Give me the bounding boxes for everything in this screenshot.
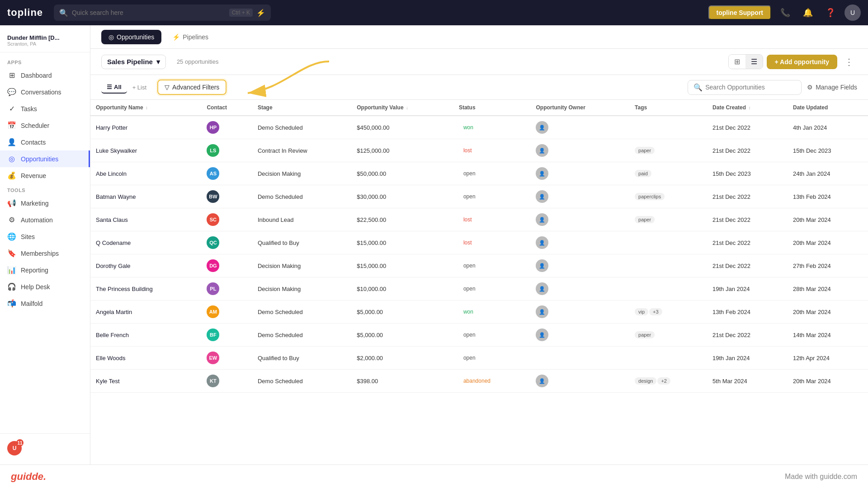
owner-avatar: 👤 [536,375,548,387]
cell-contact: DG [201,254,252,277]
sidebar-label-memberships: Memberships [21,250,59,257]
cell-stage: Demo Scheduled [252,370,351,393]
cell-stage: Demo Scheduled [252,324,351,347]
search-input[interactable] [72,9,226,16]
global-search[interactable]: 🔍 Ctrl + K ⚡ [54,5,271,21]
contact-avatar: AM [207,305,219,318]
cell-status: open [453,324,531,347]
sidebar-item-conversations[interactable]: 💬 Conversations [0,84,90,100]
sidebar-label-dashboard: Dashboard [21,72,52,79]
tag-badge: paper [635,147,655,154]
workspace-name: Dunder Mifflin [D... [7,34,83,41]
cell-date-updated: 15th Dec 2023 [788,139,868,162]
tab-pipelines[interactable]: ⚡ Pipelines [165,30,216,44]
cell-value: $5,000.00 [351,324,453,347]
cell-contact: BW [201,185,252,208]
table-row[interactable]: Kyle Test KT Demo Scheduled $398.00 aban… [90,370,868,393]
cell-tags [629,116,707,139]
table-row[interactable]: Harry Potter HP Demo Scheduled $450,000.… [90,116,868,139]
user-row[interactable]: U 11 [0,437,90,459]
search-opportunities-input[interactable] [705,84,796,91]
sidebar-item-dashboard[interactable]: ⊞ Dashboard [0,67,90,84]
cell-value: $50,000.00 [351,162,453,185]
manage-fields-button[interactable]: ⚙ Manage Fields [807,84,857,91]
add-opportunity-button[interactable]: + Add opportunity [767,55,837,69]
col-date-created[interactable]: Date Created ↕ [707,100,788,116]
table-row[interactable]: The Princess Building PL Decision Making… [90,277,868,300]
owner-avatar: 👤 [536,213,548,226]
col-value-label: Opportunity Value [357,104,403,111]
sidebar-label-reporting: Reporting [21,267,48,274]
cell-name: Batman Wayne [90,185,201,208]
manage-fields-label: Manage Fields [816,84,857,91]
pipeline-dropdown-icon: ▾ [156,58,160,66]
pipeline-count: 25 opportunities [177,58,219,65]
cell-stage: Inbound Lead [252,208,351,231]
view-tab-add-list[interactable]: + List [129,82,150,93]
grid-view-button[interactable]: ⊞ [729,55,745,69]
filter-right: 🔍 ⚙ Manage Fields [688,80,857,95]
table-row[interactable]: Elle Woods EW Qualified to Buy $2,000.00… [90,347,868,370]
cell-contact: SC [201,208,252,231]
sidebar-item-scheduler[interactable]: 📅 Scheduler [0,117,90,134]
cell-date-created: 21st Dec 2022 [707,139,788,162]
table-row[interactable]: Angela Martin AM Demo Scheduled $5,000.0… [90,300,868,324]
sidebar-item-contacts[interactable]: 👤 Contacts [0,134,90,150]
table-row[interactable]: Dorothy Gale DG Decision Making $15,000.… [90,254,868,277]
search-opportunities[interactable]: 🔍 [688,80,802,95]
table-row[interactable]: Q Codename QC Qualified to Buy $15,000.0… [90,231,868,254]
sidebar-item-marketing[interactable]: 📢 Marketing [0,195,90,211]
cell-status: open [453,185,531,208]
cell-value: $125,000.00 [351,139,453,162]
advanced-filters-button[interactable]: ▽ Advanced Filters [157,80,226,95]
notification-badge: 11 [16,439,24,446]
view-all-label: All [114,84,122,90]
contact-avatar: DG [207,259,219,272]
table-row[interactable]: Abe Lincoln AS Decision Making $50,000.0… [90,162,868,185]
table-row[interactable]: Santa Claus SC Inbound Lead $22,500.00 l… [90,208,868,231]
cell-contact: AM [201,300,252,324]
app-logo: topline [7,7,43,19]
view-tab-all[interactable]: ☰ All [101,81,127,94]
tab-opportunities[interactable]: ◎ Opportunities [101,30,161,44]
table-row[interactable]: Batman Wayne BW Demo Scheduled $30,000.0… [90,185,868,208]
help-icon[interactable]: ❓ [822,6,839,19]
sidebar-item-mailfold[interactable]: 📬 Mailfold [0,295,90,312]
sidebar-item-tasks[interactable]: ✓ Tasks [0,100,90,117]
cell-date-updated: 27th Feb 2024 [788,254,868,277]
cell-date-created: 21st Dec 2022 [707,185,788,208]
workspace-info[interactable]: Dunder Mifflin [D... Scranton, PA [0,31,90,52]
list-view-button[interactable]: ☰ [745,55,763,69]
cell-date-updated: 24th Jan 2024 [788,162,868,185]
cell-date-updated: 12th Apr 2024 [788,347,868,370]
sidebar-label-contacts: Contacts [21,139,46,146]
more-options-button[interactable]: ⋮ [841,55,857,69]
sidebar-item-automation[interactable]: ⚙ Automation [0,211,90,228]
col-value[interactable]: Opportunity Value ↓ [351,100,453,116]
sidebar-label-scheduler: Scheduler [21,122,49,129]
cell-owner: 👤 [530,231,629,254]
support-button[interactable]: topline Support [708,5,771,20]
opportunities-tab-icon: ◎ [108,33,114,41]
user-avatar[interactable]: U [844,5,861,21]
table-row[interactable]: Luke Skywalker LS Contract In Review $12… [90,139,868,162]
cell-status: lost [453,139,531,162]
table-row[interactable]: Belle French BF Demo Scheduled $5,000.00… [90,324,868,347]
sidebar-item-helpdesk[interactable]: 🎧 Help Desk [0,278,90,295]
phone-icon[interactable]: 📞 [777,6,794,19]
sidebar-item-opportunities[interactable]: ◎ Opportunities [0,150,90,167]
bell-icon[interactable]: 🔔 [799,6,816,19]
sidebar-item-sites[interactable]: 🌐 Sites [0,228,90,245]
sidebar-item-memberships[interactable]: 🔖 Memberships [0,245,90,262]
apps-label: Apps [0,56,90,67]
advanced-filters-label: Advanced Filters [172,84,219,91]
contact-avatar: SC [207,213,219,226]
sidebar-item-revenue[interactable]: 💰 Revenue [0,167,90,184]
cell-name: Angela Martin [90,300,201,324]
filter-icon: ▽ [165,84,170,91]
sidebar-item-reporting[interactable]: 📊 Reporting [0,262,90,278]
contact-avatar: HP [207,121,219,134]
cell-date-created: 19th Jan 2024 [707,347,788,370]
col-name[interactable]: Opportunity Name ↕ [90,100,201,116]
pipeline-selector[interactable]: Sales Pipeline ▾ [101,55,166,69]
